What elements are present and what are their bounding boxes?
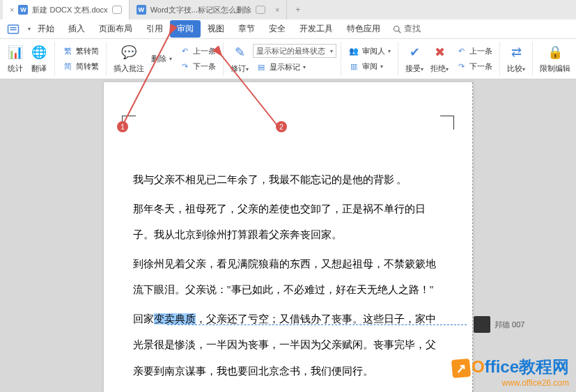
document-body[interactable]: 我与父亲不相见已二年余了，我最不能忘记的是他的背影 。 那年冬天，祖母死了，父亲…	[104, 82, 472, 392]
paragraph[interactable]: 我与父亲不相见已二年余了，我最不能忘记的是他的背影 。	[133, 167, 443, 194]
paragraph[interactable]: 回家变卖典质，父亲还了亏空；又借钱办了丧事。这些日子，家中光景很是惨淡，一半因为…	[133, 306, 443, 385]
prev-change-button[interactable]: ↶上一条	[453, 45, 495, 58]
prev2-label: 上一条	[469, 46, 492, 56]
display-for-review-combo[interactable]: 显示标记的最终状态 ▾	[253, 44, 336, 58]
word-doc-icon: W	[137, 5, 146, 15]
word-count-button[interactable]: 📊 统计	[4, 42, 26, 75]
menu-home[interactable]: 开始	[31, 20, 61, 38]
svg-line-2	[398, 31, 400, 33]
watermark-url: www.office26.com	[452, 378, 569, 388]
next-icon: ↷	[179, 61, 190, 72]
reviewers-label: 审阅人	[362, 46, 385, 56]
menu-review[interactable]: 审阅	[170, 20, 201, 38]
t2s-icon: 简	[62, 61, 73, 72]
document-area: 我与父亲不相见已二年余了，我最不能忘记的是他的背影 。 那年冬天，祖母死了，父亲…	[0, 79, 576, 392]
s2t-label: 繁转简	[76, 46, 99, 56]
chevron-down-icon: ▾	[303, 64, 306, 70]
close-icon[interactable]: ×	[10, 6, 14, 14]
comment-indicator[interactable]: 邦德 007	[474, 316, 524, 333]
next-comment-button[interactable]: ↷下一条	[176, 60, 219, 74]
add-tab-button[interactable]: +	[287, 2, 309, 17]
traditional-to-simplified-button[interactable]: 简 简转繁	[59, 60, 102, 74]
word-doc-icon: W	[18, 5, 28, 15]
accept-icon: ✔	[406, 44, 423, 61]
tab-bar: × W 新建 DOCX 文档.docx W Word文字技...标记区怎么删除 …	[0, 0, 576, 19]
chevron-down-icon: ▾	[388, 48, 391, 54]
insert-comment-button[interactable]: 💬 插入批注	[111, 42, 147, 75]
menu-page-layout[interactable]: 页面布局	[92, 20, 139, 38]
menu-search[interactable]: 查找	[393, 23, 421, 35]
menu-view[interactable]: 视图	[201, 20, 231, 38]
document-page[interactable]: 我与父亲不相见已二年余了，我最不能忘记的是他的背影 。 那年冬天，祖母死了，父亲…	[104, 82, 473, 392]
comment-user: 邦德 007	[495, 320, 524, 330]
restrict-label: 限制编辑	[540, 63, 570, 74]
tab-label: 新建 DOCX 文档.docx	[32, 5, 107, 15]
stats-label: 统计	[8, 63, 23, 74]
selected-text[interactable]: 变卖典质	[154, 313, 196, 324]
text-run[interactable]: 回家	[133, 313, 154, 324]
delete-comment-button[interactable]: 删除▾	[148, 52, 175, 65]
prev-icon: ↶	[179, 46, 190, 57]
speech-icon[interactable]	[256, 6, 265, 14]
show-marks-label: 显示标记	[270, 62, 300, 72]
document-tab-1[interactable]: × W 新建 DOCX 文档.docx	[3, 0, 130, 19]
prev-icon: ↶	[456, 46, 467, 57]
watermark-icon: ↗	[451, 359, 471, 378]
reject-button[interactable]: ✖拒绝▾	[428, 42, 451, 75]
revise-label: 修订	[231, 64, 246, 72]
compare-button[interactable]: ⇄比较▾	[504, 42, 528, 75]
simplified-to-traditional-button[interactable]: 繁 繁转简	[59, 45, 102, 58]
stats-icon: 📊	[7, 44, 24, 61]
menu-bar: ▾ 开始 插入 页面布局 引用 审阅 视图 章节 安全 开发工具 特色应用 查找	[0, 19, 576, 39]
review-pane-icon: ▥	[348, 61, 359, 72]
chevron-down-icon: ▾	[246, 66, 249, 72]
next-label: 下一条	[193, 61, 216, 72]
chevron-down-icon: ▾	[446, 66, 449, 72]
avatar	[474, 316, 490, 333]
next-icon: ↷	[456, 61, 467, 72]
paragraph[interactable]: 那年冬天，祖母死了，父亲的差使也交卸了，正是祸不单行的日子。我从北京到徐州打算跟…	[133, 196, 443, 249]
menu-addons[interactable]: 特色应用	[340, 20, 387, 38]
reviewers-button[interactable]: 👥审阅人▾	[345, 45, 394, 58]
chevron-down-icon: ▾	[330, 48, 333, 54]
svg-point-1	[394, 26, 400, 31]
margin-corner-tr	[440, 116, 454, 130]
watermark-brand-o: O	[472, 357, 485, 376]
menu-references[interactable]: 引用	[139, 20, 170, 38]
restrict-editing-button[interactable]: 🔒限制编辑	[537, 42, 573, 75]
app-logo-icon[interactable]	[6, 23, 21, 36]
chevron-down-icon: ▾	[380, 63, 383, 70]
track-changes-button[interactable]: ✎ 修订▾	[228, 42, 251, 75]
menu-insert[interactable]: 插入	[61, 20, 92, 38]
compare-icon: ⇄	[508, 44, 524, 61]
search-icon	[393, 25, 401, 33]
translate-button[interactable]: 🌐 翻译	[28, 42, 50, 75]
t2s-label: 简转繁	[76, 61, 99, 72]
show-markup-button[interactable]: ▤显示标记▾	[253, 60, 336, 74]
review-pane-label: 审阅	[362, 61, 377, 72]
watermark: ↗Office教程网 www.office26.com	[452, 356, 569, 388]
translate-label: 翻译	[31, 63, 47, 74]
review-pane-button[interactable]: ▥审阅▾	[345, 60, 394, 74]
chevron-down-icon: ▾	[522, 66, 525, 72]
paragraph[interactable]: 到徐州见着父亲，看见满院狼藉的东西，又想起祖母，不禁簌簌地流下眼泪。父亲说："事…	[133, 251, 443, 304]
next2-label: 下一条	[469, 61, 492, 72]
callout-marker-1: 1	[117, 121, 128, 132]
prev-comment-button[interactable]: ↶上一条	[176, 45, 219, 58]
menu-devtools[interactable]: 开发工具	[293, 20, 340, 38]
search-label: 查找	[404, 23, 421, 35]
document-tab-2[interactable]: W Word文字技...标记区怎么删除 ×	[130, 0, 288, 19]
close-icon[interactable]: ×	[275, 6, 279, 14]
chevron-down-icon: ▾	[169, 56, 172, 62]
reject-label: 拒绝	[430, 64, 446, 72]
next-change-button[interactable]: ↷下一条	[453, 60, 495, 74]
comment-icon: 💬	[120, 44, 137, 61]
menu-security[interactable]: 安全	[262, 20, 293, 38]
s2t-icon: 繁	[62, 46, 73, 57]
accept-button[interactable]: ✔接受▾	[403, 42, 426, 75]
speech-icon[interactable]	[112, 6, 122, 14]
compare-label: 比较	[507, 64, 522, 72]
track-display-value: 显示标记的最终状态	[256, 46, 325, 56]
menu-chapters[interactable]: 章节	[231, 20, 262, 38]
translate-icon: 🌐	[31, 44, 47, 61]
